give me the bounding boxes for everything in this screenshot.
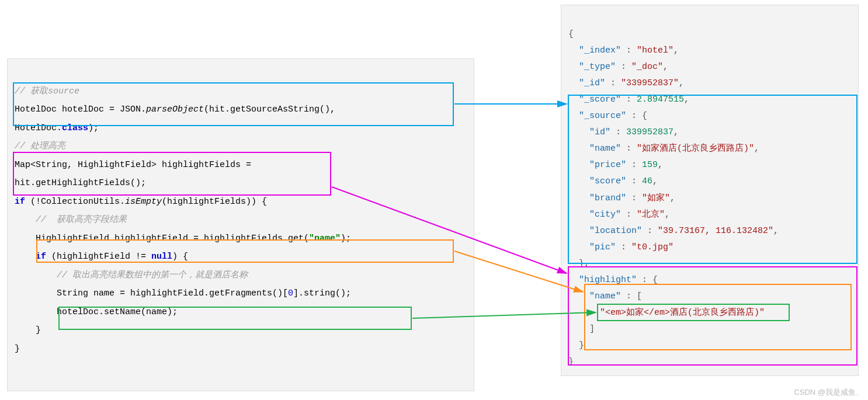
line-close-2: }	[15, 344, 20, 354]
comment-highlight: // 处理高亮	[15, 141, 65, 151]
box-java-fragments	[58, 307, 412, 330]
k-id0: "_id"	[579, 78, 605, 88]
v-type: "_doc"	[631, 62, 663, 72]
comment-get-hl-field: // 获取高亮字段结果	[36, 215, 127, 225]
line-if-empty: if (!CollectionUtils.isEmpty(highlightFi…	[15, 197, 267, 207]
box-java-source	[13, 82, 454, 126]
box-java-get-name	[36, 239, 454, 263]
box-java-highlightfields	[13, 152, 331, 196]
line-close-1: }	[36, 325, 41, 335]
comment-fragments: // 取出高亮结果数组中的第一个，就是酒店名称	[57, 270, 248, 280]
json-open: {	[568, 29, 574, 39]
watermark: CSDN @我是咸鱼、	[794, 387, 863, 398]
k-index: "_index"	[579, 46, 621, 55]
v-id0: "339952837"	[621, 78, 679, 88]
v-index: "hotel"	[637, 46, 673, 55]
box-json-name-val	[597, 304, 790, 321]
k-type: "_type"	[579, 62, 616, 72]
line-fragments: String name = highlightField.getFragment…	[57, 288, 351, 298]
box-json-source	[568, 95, 857, 264]
